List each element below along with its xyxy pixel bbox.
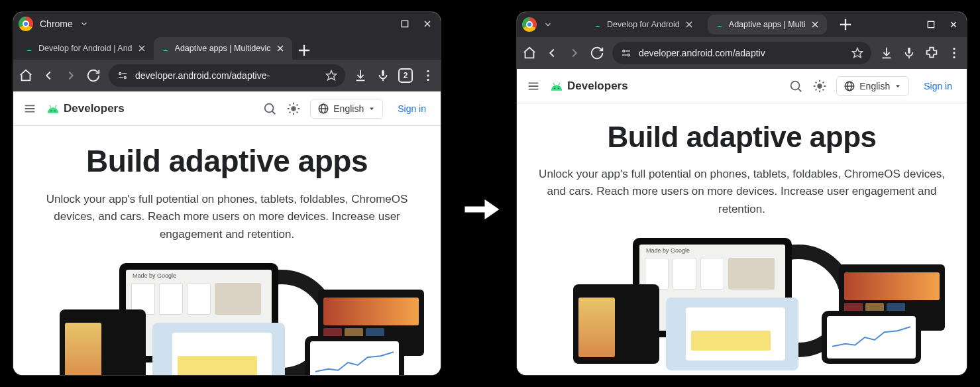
svg-line-27 — [50, 105, 51, 107]
svg-point-21 — [427, 70, 429, 72]
svg-line-40 — [297, 104, 298, 105]
hero-devices-image: Made by Google — [517, 231, 967, 375]
chevron-down-icon[interactable] — [80, 19, 89, 28]
forward-icon[interactable] — [64, 68, 78, 83]
mic-icon[interactable] — [902, 46, 916, 60]
svg-line-84 — [816, 82, 817, 83]
url-text: developer.android.com/adaptive- — [135, 70, 319, 81]
language-label: English — [333, 103, 364, 114]
back-icon[interactable] — [41, 68, 56, 83]
svg-rect-20 — [382, 70, 384, 76]
sign-in-link[interactable]: Sign in — [392, 103, 431, 114]
svg-point-23 — [427, 79, 429, 81]
search-icon[interactable] — [789, 79, 803, 93]
address-bar[interactable]: developer.android.com/adaptive- — [109, 64, 345, 87]
search-icon[interactable] — [262, 101, 277, 116]
tab-count-badge[interactable]: 2 — [398, 68, 413, 83]
tab-close-button[interactable] — [136, 43, 147, 54]
star-icon[interactable] — [851, 47, 863, 59]
svg-point-29 — [50, 110, 52, 111]
home-icon[interactable] — [522, 46, 537, 60]
back-icon[interactable] — [545, 46, 559, 60]
svg-point-7 — [164, 49, 164, 50]
tab-adaptive-apps[interactable]: Adaptive apps | Multidevic — [154, 37, 292, 60]
language-selector[interactable]: English — [836, 76, 909, 96]
svg-point-61 — [627, 54, 629, 56]
address-bar[interactable]: developer.android.com/adaptiv — [612, 42, 871, 64]
kebab-menu-icon[interactable] — [947, 46, 961, 60]
new-tab-button[interactable] — [836, 15, 855, 34]
svg-rect-66 — [908, 48, 910, 54]
forward-icon[interactable] — [567, 46, 582, 60]
reload-icon[interactable] — [590, 46, 604, 60]
browser-chrome: Develop for Android Adaptive apps | Mult… — [517, 12, 967, 69]
svg-point-77 — [791, 81, 800, 89]
mic-icon[interactable] — [376, 68, 390, 83]
download-icon[interactable] — [879, 46, 894, 60]
svg-point-46 — [596, 25, 596, 26]
new-tab-button[interactable] — [295, 41, 313, 60]
hamburger-menu-icon[interactable] — [23, 101, 37, 116]
svg-point-31 — [265, 103, 274, 112]
theme-toggle-icon[interactable] — [286, 101, 301, 116]
download-icon[interactable] — [353, 68, 368, 83]
image-caption: Made by Google — [133, 272, 176, 279]
svg-point-13 — [119, 73, 121, 75]
android-icon — [24, 43, 34, 54]
window-close-button[interactable] — [946, 17, 961, 32]
chevron-down-icon[interactable] — [543, 20, 553, 29]
window-maximize-button[interactable] — [923, 17, 939, 32]
window-narrow: Chrome Develop for Android | And Adaptiv… — [13, 12, 441, 375]
hamburger-menu-icon[interactable] — [526, 79, 541, 93]
svg-point-59 — [623, 50, 625, 52]
hero-section: Build adaptive apps Unlock your app's fu… — [13, 126, 441, 250]
logo-text: Developers — [567, 80, 628, 93]
hero-title: Build adaptive apps — [535, 121, 948, 154]
tab-develop-for-android[interactable]: Develop for Android | And — [17, 37, 154, 60]
language-selector[interactable]: English — [310, 99, 383, 119]
svg-point-50 — [718, 25, 718, 26]
tab-strip: Develop for Android | And Adaptive apps … — [13, 36, 441, 60]
tab-title: Develop for Android — [607, 20, 680, 29]
svg-point-22 — [427, 74, 429, 76]
svg-line-28 — [55, 105, 56, 107]
tab-close-button[interactable] — [684, 19, 694, 30]
app-name: Chrome — [40, 19, 73, 29]
android-icon — [160, 43, 171, 54]
url-text: developer.android.com/adaptiv — [639, 48, 845, 58]
kebab-menu-icon[interactable] — [421, 68, 435, 83]
site-header: Developers English Sign in — [517, 69, 967, 103]
hero-devices-image: Made by Google — [13, 256, 441, 375]
svg-point-75 — [554, 87, 555, 89]
window-close-button[interactable] — [419, 16, 435, 32]
theme-toggle-icon[interactable] — [812, 79, 827, 93]
developers-logo[interactable]: Developers — [550, 80, 628, 93]
caret-down-icon — [894, 82, 902, 90]
svg-line-73 — [553, 83, 555, 85]
svg-line-87 — [816, 89, 817, 90]
svg-point-47 — [598, 25, 599, 26]
star-icon[interactable] — [325, 70, 337, 82]
window-titlebar: Develop for Android Adaptive apps | Mult… — [517, 12, 967, 37]
svg-line-85 — [823, 89, 824, 90]
globe-icon — [317, 103, 329, 115]
svg-point-76 — [558, 87, 559, 89]
tab-adaptive-apps[interactable]: Adaptive apps | Multi — [708, 15, 827, 34]
window-maximize-button[interactable] — [397, 16, 413, 32]
home-icon[interactable] — [19, 68, 33, 83]
image-caption: Made by Google — [646, 247, 690, 254]
developers-logo[interactable]: Developers — [46, 102, 125, 115]
tab-close-button[interactable] — [275, 43, 286, 54]
extensions-icon[interactable] — [924, 46, 939, 60]
site-settings-icon[interactable] — [117, 70, 129, 82]
sign-in-link[interactable]: Sign in — [918, 81, 957, 91]
tab-close-button[interactable] — [810, 19, 820, 30]
site-settings-icon[interactable] — [620, 47, 632, 59]
svg-point-15 — [124, 77, 126, 79]
svg-line-86 — [823, 82, 824, 83]
transition-arrow-icon — [461, 194, 504, 225]
reload-icon[interactable] — [86, 68, 101, 83]
tab-title: Develop for Android | And — [38, 44, 133, 53]
tab-title: Adaptive apps | Multi — [729, 20, 806, 29]
tab-develop-for-android[interactable]: Develop for Android — [586, 15, 701, 34]
